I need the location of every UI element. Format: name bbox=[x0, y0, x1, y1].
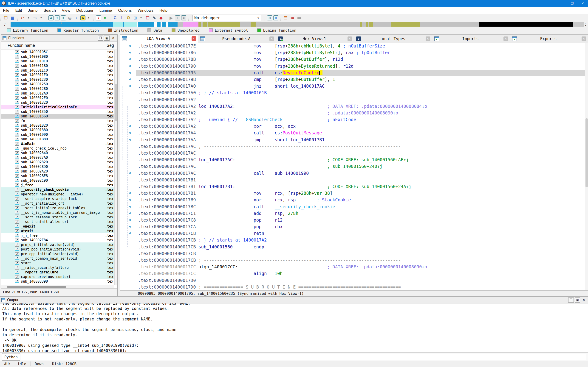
function-row[interactable]: fsub_14000105C.text bbox=[1, 50, 115, 54]
listing-line[interactable]: .text:00000001400017C1 add rsp, 278h bbox=[120, 210, 588, 217]
navband-segment[interactable] bbox=[161, 22, 162, 27]
listing-line[interactable]: .text:00000001400017CB retn bbox=[120, 230, 588, 237]
listing-line[interactable]: .text:00000001400017A2 loc_1400017A2: ; … bbox=[120, 103, 588, 110]
function-row[interactable]: fsub_140001230.text bbox=[1, 77, 115, 82]
debug-run-icon[interactable]: ▶ bbox=[168, 15, 174, 21]
navband-segment[interactable] bbox=[479, 22, 573, 27]
listing-line[interactable]: .text:00000001400017D0 ; ===============… bbox=[120, 284, 588, 290]
breakpoint-window-icon[interactable]: ▲ bbox=[96, 15, 101, 20]
function-row[interactable]: f_guard_check_icall_nop.text bbox=[1, 146, 115, 151]
listing-line[interactable]: .text:00000001400017B1 loc_1400017B1: ; … bbox=[120, 183, 588, 190]
listing-line[interactable]: .text:00000001400017AC ; ---------------… bbox=[120, 143, 588, 150]
strings-icon[interactable]: ≡ bbox=[61, 15, 66, 20]
menu-view[interactable]: View bbox=[59, 7, 73, 14]
listing-line[interactable]: .text:00000001400017AC ; sub_140001560+2… bbox=[120, 163, 588, 170]
column-function-name[interactable]: Function name bbox=[8, 43, 35, 48]
navband-segment[interactable] bbox=[240, 22, 251, 27]
listing-line[interactable]: .text:0000000140001786 mov [rsp+288h+lpM… bbox=[120, 49, 588, 56]
notify-list-icon[interactable]: ≔ bbox=[290, 15, 295, 21]
menu-windows[interactable]: Windows bbox=[135, 7, 156, 14]
function-row[interactable]: fsub_140002BE8.text bbox=[1, 174, 115, 178]
tab-close-icon[interactable]: ✕ bbox=[426, 36, 430, 41]
panel-close-icon[interactable]: ✕ bbox=[111, 35, 116, 41]
listing-line[interactable]: .text:00000001400017CC align 10h bbox=[120, 270, 588, 277]
navband-segment[interactable] bbox=[154, 22, 157, 27]
cli-input[interactable] bbox=[21, 354, 586, 360]
save-file-icon[interactable]: ▦ bbox=[10, 15, 15, 21]
listing-line[interactable]: .text:00000001400017CB bbox=[120, 250, 588, 257]
listing-line[interactable]: .text:00000001400017CA pop rbx bbox=[120, 223, 588, 230]
listing-line[interactable]: .text:00000001400017AC bbox=[120, 150, 588, 156]
listing-line[interactable]: .text:00000001400017AC call sub_14000199… bbox=[120, 170, 588, 177]
listing-line[interactable]: .text:00000001400017C8 pop r12 bbox=[120, 217, 588, 223]
function-row[interactable]: f__raise_securityfailure.text bbox=[1, 265, 115, 270]
listing-line[interactable]: .text:00000001400017A2 ; __unwind { // _… bbox=[120, 116, 588, 123]
tab-ida-view-a[interactable]: IDA View-A✕ bbox=[120, 34, 198, 43]
panel-restore-icon[interactable]: ❐ bbox=[568, 298, 574, 302]
misc-list-icon[interactable]: ≕ bbox=[296, 15, 302, 21]
listing-line[interactable]: .text:00000001400017B9 xor rcx, rsp ; St… bbox=[120, 197, 588, 203]
function-row[interactable]: fj_j_free.text bbox=[1, 233, 115, 238]
menu-lumina[interactable]: Lumina bbox=[96, 7, 115, 14]
function-row[interactable]: fsub_1400011C0.text bbox=[1, 68, 115, 73]
function-row[interactable]: fsub_140002820.text bbox=[1, 160, 115, 165]
menu-help[interactable]: Help bbox=[156, 7, 170, 14]
function-row[interactable]: fsub_1400011E0.text bbox=[1, 73, 115, 77]
output-panel-titlebar[interactable]: Output ❐ ▣ ✕ bbox=[0, 297, 588, 303]
tab-close-icon[interactable]: ✕ bbox=[269, 36, 274, 41]
listing-line[interactable]: .text:00000001400017A4 call cs:PostQuitM… bbox=[120, 130, 588, 136]
navband-segment[interactable] bbox=[373, 22, 391, 27]
disassembly-listing[interactable]: .text:000000014000177E mov [rsp+288h+cbM… bbox=[120, 43, 588, 290]
calculator-icon[interactable]: # bbox=[48, 15, 53, 20]
navband-segment[interactable] bbox=[420, 22, 479, 27]
function-end-icon[interactable]: I bbox=[119, 15, 124, 21]
nav-back-icon[interactable]: ↩ bbox=[20, 15, 25, 21]
function-row[interactable]: fsub_140001080.text bbox=[1, 54, 115, 59]
function-row[interactable]: fcapture_previous_context.text bbox=[1, 275, 115, 279]
listing-line[interactable]: .text:00000001400017A2 bbox=[120, 96, 588, 103]
navband-segment[interactable] bbox=[166, 22, 168, 27]
listing-line[interactable]: .text:00000001400017B1 bbox=[120, 177, 588, 183]
navband-segment[interactable] bbox=[123, 22, 124, 27]
navband-segment[interactable] bbox=[251, 22, 256, 27]
maximize-button[interactable]: ❐ bbox=[567, 0, 578, 7]
function-row[interactable]: fsub_140001180.text bbox=[1, 64, 115, 68]
function-row[interactable]: foperator new(unsigned __int64).text bbox=[1, 192, 115, 197]
panel-restore-icon[interactable]: ❐ bbox=[98, 35, 103, 41]
navband-segment[interactable] bbox=[366, 22, 368, 27]
listing-line[interactable]: .text:00000001400017B1 mov rcx, [rsp+288… bbox=[120, 190, 588, 197]
listing-line[interactable]: .text:00000001400017AA jmp short loc_140… bbox=[120, 136, 588, 143]
create-function-icon[interactable]: C bbox=[112, 15, 118, 21]
loop-icon[interactable]: O bbox=[126, 15, 131, 21]
listing-line[interactable]: .text:00000001400017A0 ; } // starts at … bbox=[120, 90, 588, 96]
function-row[interactable]: fWinMain.text bbox=[1, 142, 115, 146]
function-row[interactable]: fsub_140001320.text bbox=[1, 100, 115, 105]
function-row[interactable]: fsub_140001B80.text bbox=[1, 137, 115, 142]
function-row[interactable]: fj_free.text bbox=[1, 183, 115, 187]
function-row[interactable]: fsub_140001280.text bbox=[1, 86, 115, 91]
function-row[interactable]: fsub_140001820.text bbox=[1, 123, 115, 128]
function-row[interactable]: fInitializeCriticalSectionEx.text bbox=[1, 105, 115, 109]
functions-column-header[interactable]: Function name Seg bbox=[1, 42, 117, 50]
panel-close-icon[interactable]: ✕ bbox=[581, 298, 587, 302]
navband-track[interactable] bbox=[10, 22, 584, 27]
menu-file[interactable]: File bbox=[0, 7, 12, 14]
tab-local-types[interactable]: 0Local Types✕ bbox=[354, 34, 432, 43]
navband-segment[interactable] bbox=[369, 22, 373, 27]
menu-jump[interactable]: Jump bbox=[25, 7, 41, 14]
listing-line[interactable]: .text:00000001400017D0 bbox=[120, 277, 588, 284]
function-row[interactable]: fpost_pgo_initialization(void).text bbox=[1, 247, 115, 252]
compile-c-icon[interactable]: C bbox=[267, 15, 272, 20]
navband-segment[interactable] bbox=[391, 22, 420, 27]
function-row[interactable]: f__report_gsfailure.text bbox=[1, 270, 115, 275]
column-seg[interactable]: Seg bbox=[105, 43, 114, 48]
navband-segment[interactable] bbox=[157, 22, 161, 27]
functions-panel-titlebar[interactable]: f Functions ❐ ▣ ✕ bbox=[1, 35, 117, 42]
tab-close-icon[interactable]: ✕ bbox=[191, 36, 196, 41]
navband-segment[interactable] bbox=[256, 22, 360, 27]
panel-float-icon[interactable]: ▣ bbox=[104, 35, 110, 41]
function-row[interactable]: fsub_140002F84.text bbox=[1, 238, 115, 242]
function-row[interactable]: fsub_1400012E0.text bbox=[1, 96, 115, 100]
navband-segment[interactable] bbox=[168, 22, 178, 27]
function-row[interactable]: fsub_140001880.text bbox=[1, 128, 115, 132]
